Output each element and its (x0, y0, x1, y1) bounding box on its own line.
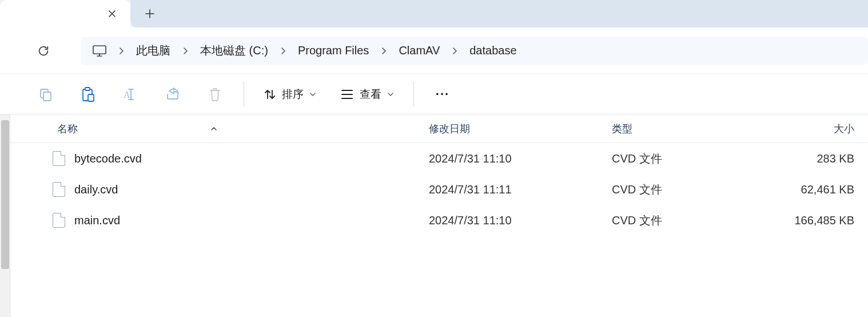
file-name: daily.cvd (74, 183, 118, 196)
share-button[interactable] (159, 81, 186, 108)
column-header-size[interactable]: 大小 (759, 114, 868, 142)
svg-rect-4 (85, 88, 90, 90)
column-header-type[interactable]: 类型 (605, 114, 759, 142)
file-row[interactable]: bytecode.cvd 2024/7/31 11:10 CVD 文件 283 … (10, 143, 868, 174)
chevron-right-icon (378, 47, 389, 55)
more-button[interactable]: ··· (429, 81, 456, 108)
chevron-right-icon (449, 47, 460, 55)
tab-strip (0, 0, 868, 27)
address-bar-row: 此电脑 本地磁盘 (C:) Program Files ClamAV datab… (0, 27, 868, 74)
close-tab-button[interactable] (104, 6, 120, 22)
svg-rect-5 (88, 94, 94, 101)
chevron-right-icon (277, 47, 289, 55)
file-row[interactable]: daily.cvd 2024/7/31 11:11 CVD 文件 62,461 … (10, 174, 868, 205)
column-header-modified[interactable]: 修改日期 (422, 114, 605, 142)
breadcrumb-segment-1[interactable]: ClamAV (395, 42, 443, 60)
svg-rect-2 (43, 92, 51, 101)
view-label: 查看 (360, 87, 381, 102)
file-type: CVD 文件 (612, 151, 662, 167)
scrollbar-thumb[interactable] (1, 120, 9, 269)
tab-strip-background (130, 0, 868, 27)
file-list-area: 名称 修改日期 类型 大小 bytecode.cvd 2024/7/31 11:… (0, 114, 868, 317)
sort-label: 排序 (282, 87, 304, 102)
file-icon (53, 182, 65, 197)
chevron-right-icon (116, 47, 127, 55)
paste-icon (81, 86, 95, 102)
refresh-button[interactable] (32, 39, 55, 62)
file-icon (53, 151, 65, 166)
svg-rect-0 (93, 46, 106, 54)
chevron-right-icon (180, 47, 191, 55)
file-size: 283 KB (817, 152, 854, 165)
trash-icon (208, 87, 222, 102)
file-size: 166,485 KB (794, 214, 854, 227)
toolbar: A 排序 查看 (0, 74, 868, 114)
column-header-type-label: 类型 (612, 122, 632, 136)
breadcrumb-this-pc[interactable]: 此电脑 (133, 41, 174, 61)
file-modified: 2024/7/31 11:11 (429, 183, 512, 196)
rename-icon: A (122, 88, 138, 101)
file-size: 62,461 KB (801, 183, 854, 196)
plus-icon (145, 9, 155, 19)
file-name: bytecode.cvd (74, 152, 142, 165)
svg-rect-7 (130, 89, 132, 100)
file-name: main.cvd (74, 214, 120, 227)
breadcrumb-segment-0[interactable]: Program Files (294, 42, 372, 60)
file-icon (53, 213, 65, 228)
toolbar-divider (244, 82, 244, 107)
rename-button[interactable]: A (117, 81, 144, 108)
breadcrumb-bar[interactable]: 此电脑 本地磁盘 (C:) Program Files ClamAV datab… (81, 37, 868, 65)
column-header-name[interactable]: 名称 (10, 114, 422, 142)
toolbar-divider (413, 82, 414, 107)
view-button[interactable]: 查看 (336, 81, 399, 108)
column-header-size-label: 大小 (834, 122, 854, 136)
tab-current[interactable] (0, 0, 130, 27)
copy-icon (38, 87, 53, 102)
file-type: CVD 文件 (612, 213, 662, 228)
refresh-icon (37, 45, 50, 57)
sort-indicator-icon (210, 125, 217, 133)
new-tab-button[interactable] (138, 2, 161, 25)
paste-button[interactable] (74, 81, 102, 108)
delete-button[interactable] (201, 81, 229, 108)
breadcrumb-drive[interactable]: 本地磁盘 (C:) (197, 41, 272, 61)
column-header-name-label: 名称 (57, 122, 78, 136)
chevron-down-icon (309, 92, 316, 97)
close-icon (108, 10, 116, 18)
chevron-down-icon (387, 92, 394, 97)
file-modified: 2024/7/31 11:10 (429, 214, 512, 227)
column-header-modified-label: 修改日期 (429, 122, 470, 136)
sort-icon (264, 88, 276, 101)
file-panel: 名称 修改日期 类型 大小 bytecode.cvd 2024/7/31 11:… (10, 114, 868, 317)
file-modified: 2024/7/31 11:10 (429, 152, 512, 165)
view-list-icon (340, 89, 354, 100)
share-icon (165, 88, 181, 101)
pc-icon (89, 41, 110, 61)
breadcrumb-segment-2[interactable]: database (466, 42, 520, 60)
ellipsis-icon: ··· (436, 87, 449, 102)
copy-button[interactable] (32, 81, 59, 108)
file-row[interactable]: main.cvd 2024/7/31 11:10 CVD 文件 166,485 … (10, 205, 868, 236)
nav-scrollbar[interactable] (0, 114, 10, 317)
column-headers: 名称 修改日期 类型 大小 (10, 114, 868, 143)
sort-button[interactable]: 排序 (259, 81, 321, 108)
file-type: CVD 文件 (612, 182, 662, 197)
svg-text:A: A (124, 90, 130, 100)
